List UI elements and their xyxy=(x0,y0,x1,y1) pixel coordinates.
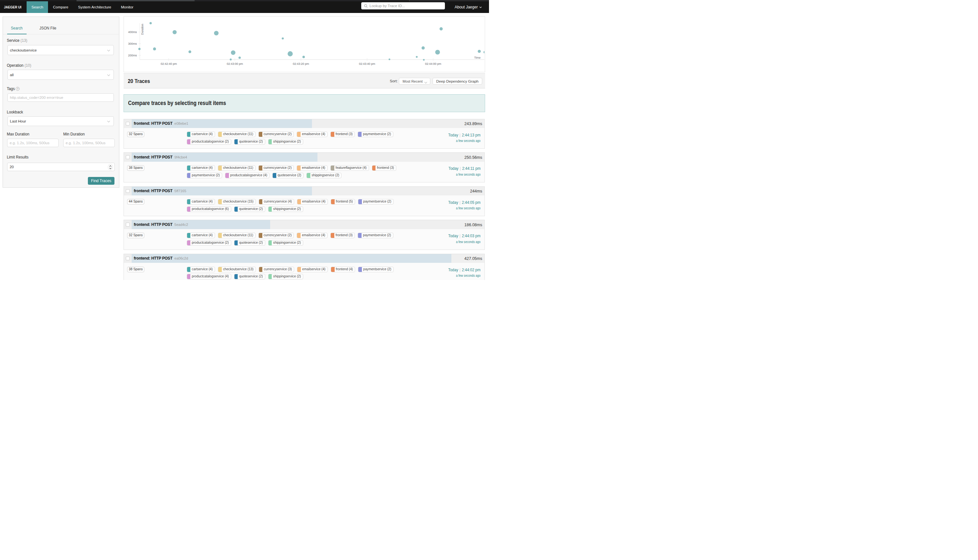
svg-text:300ms: 300ms xyxy=(128,42,137,45)
svg-text:200ms: 200ms xyxy=(128,54,137,57)
svg-text:Time: Time xyxy=(474,56,481,59)
svg-text:02:43:00 pm: 02:43:00 pm xyxy=(227,62,243,65)
svg-text:02:42:40 pm: 02:42:40 pm xyxy=(160,62,177,65)
svg-text:02:43:20 pm: 02:43:20 pm xyxy=(293,62,309,65)
svg-text:02:43:40 pm: 02:43:40 pm xyxy=(359,62,375,65)
svg-text:02:44:00 pm: 02:44:00 pm xyxy=(425,62,441,65)
svg-text:Duration: Duration xyxy=(141,24,144,35)
svg-text:400ms: 400ms xyxy=(128,30,137,34)
